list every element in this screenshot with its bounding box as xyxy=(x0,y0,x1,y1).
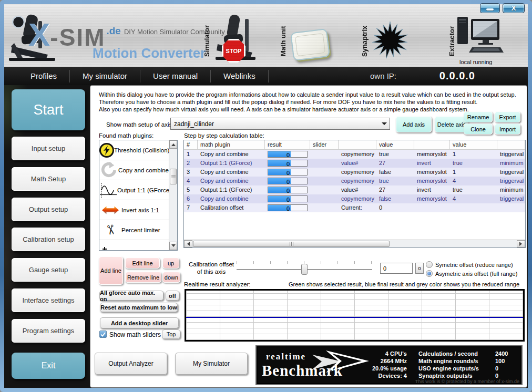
cell-v1: true xyxy=(376,177,414,185)
menu-item-profiles[interactable]: Profiles xyxy=(18,71,69,80)
table-header-cell: math plugin xyxy=(198,140,265,149)
my-simulator-button[interactable]: My Simulator xyxy=(175,353,248,375)
table-header-cell: value xyxy=(376,140,414,149)
edit-line-button[interactable]: Edit line xyxy=(125,257,160,269)
menubar: ProfilesMy simulatorUser manualWeblinks … xyxy=(4,67,528,85)
sidebar-item-exit[interactable]: Exit xyxy=(12,353,85,379)
plugins-list-label: Found math plugins: xyxy=(99,132,154,139)
calibration-offset-label-line1: Calibration offset xyxy=(185,261,238,268)
add-line-button[interactable]: Add line xyxy=(99,256,123,285)
scrollbar-thumb[interactable] xyxy=(170,169,177,184)
cell-v2: true xyxy=(450,159,497,168)
benchmark-metric-label: USO engine outputs/s xyxy=(418,365,495,372)
benchmark-cpu-line: 2664 MHz xyxy=(337,357,407,365)
add-axis-button[interactable]: Add axis xyxy=(396,116,432,132)
scroll-up-button[interactable] xyxy=(169,140,177,149)
minimize-button[interactable] xyxy=(480,3,500,13)
menu-item-user-manual[interactable]: User manual xyxy=(140,71,210,80)
tool-simulator[interactable]: Simulator STOP xyxy=(203,8,263,64)
table-header-cell: # xyxy=(184,140,198,149)
menu-item-my-simulator[interactable]: My simulator xyxy=(70,71,140,80)
sidebar-item-start[interactable]: Start xyxy=(12,89,85,130)
table-hscrollbar[interactable] xyxy=(184,240,525,247)
hscrollbar-track[interactable] xyxy=(192,240,517,247)
asymetric-offset-radio[interactable] xyxy=(426,270,433,277)
move-up-button[interactable]: up xyxy=(162,257,179,269)
calibration-offset-label-line2: of this axis xyxy=(185,268,238,275)
rename-axis-button[interactable]: Rename xyxy=(464,111,493,122)
axis-select-value: zadnji_cilinder xyxy=(171,120,379,128)
tool-extractor-label: Extractor xyxy=(448,20,456,62)
cell-v2: 4 xyxy=(450,194,497,203)
cell-slider xyxy=(310,177,339,185)
sidebar: StartInput setupMath SetupOutput setupCa… xyxy=(12,85,86,388)
scroll-down-button[interactable] xyxy=(169,242,177,250)
plugin-item-threshold-collision[interactable]: Threshold (Collision) xyxy=(99,140,169,160)
table-row[interactable]: 1Copy and combine0copymemorytruememorysl… xyxy=(184,150,525,159)
reset-auto-maximum-button[interactable]: Reset auto maximum to low xyxy=(100,303,178,312)
table-row[interactable]: 6Copy and combine0copymemoryfalsememorys… xyxy=(184,194,525,203)
top-button[interactable]: Top xyxy=(162,329,180,339)
table-row[interactable]: 4Copy and combine0copymemorytruememorysl… xyxy=(184,177,525,185)
tool-math-unit[interactable]: Math unit xyxy=(279,8,337,64)
sidebar-item-math-setup[interactable]: Math Setup xyxy=(12,167,85,191)
starburst-icon xyxy=(368,18,412,63)
cell-p3: minimum xyxy=(497,159,525,168)
import-axis-button[interactable]: Import xyxy=(495,123,520,135)
calc-table-header: #math pluginresultslidervaluevalue xyxy=(184,140,525,150)
calibration-offset-input[interactable] xyxy=(380,263,413,274)
symetric-offset-radio[interactable] xyxy=(426,261,433,268)
checkmark-icon xyxy=(100,332,106,337)
sidebar-item-calibration-setup[interactable]: Calibration setup xyxy=(12,228,85,251)
menu-item-weblinks[interactable]: Weblinks xyxy=(211,71,268,80)
cell-p3: triggerval xyxy=(497,177,525,185)
output-analyzer-button[interactable]: Output Analyzer xyxy=(95,353,167,375)
table-row[interactable]: 5Output 1:1 (GForce)0value#27inverttruem… xyxy=(184,185,525,194)
plugin-item-output-1-1-gforce[interactable]: Output 1:1 (GForce) xyxy=(99,180,169,200)
tool-synaptrix[interactable]: Synaptrix xyxy=(361,8,418,64)
sidebar-item-interface-settings[interactable]: Interface settings xyxy=(12,288,85,312)
sidebar-item-gauge-setup[interactable]: Gauge setup xyxy=(12,258,85,282)
export-axis-button[interactable]: Export xyxy=(495,111,520,122)
sidebar-item-program-settings[interactable]: Program settings xyxy=(12,319,85,343)
tool-extractor[interactable]: Extractor local running xyxy=(448,8,511,65)
scroll-right-button[interactable] xyxy=(517,240,525,247)
table-row[interactable]: 3Copy and combine0copymemoryfalsememorys… xyxy=(184,168,525,177)
hscrollbar-thumb[interactable] xyxy=(193,241,390,247)
realtime-analyzer-chart xyxy=(185,289,525,342)
slider-thumb[interactable] xyxy=(301,264,308,275)
close-icon: X xyxy=(511,4,516,12)
cell-p1: copymemory xyxy=(339,177,376,185)
scrollbar-track[interactable] xyxy=(169,149,177,242)
calibration-offset-reset-button[interactable]: 0 xyxy=(415,263,424,274)
move-down-button[interactable]: down xyxy=(162,272,180,283)
cell-num: 3 xyxy=(184,168,198,177)
calibration-offset-slider[interactable] xyxy=(237,261,372,276)
cell-plugin: Output 1:1 (GForce) xyxy=(198,159,265,168)
gforce-auto-max-on-button[interactable]: All gforce auto max. on xyxy=(99,291,163,301)
sidebar-item-output-setup[interactable]: Output setup xyxy=(12,198,85,221)
plugin-item-partial[interactable] xyxy=(99,240,169,250)
benchmark-cpu-line: 4 CPU's xyxy=(337,350,407,357)
menubar-items: ProfilesMy simulatorUser manualWeblinks xyxy=(18,70,269,82)
calc-table-filler xyxy=(184,212,525,240)
show-math-sliders-checkbox[interactable] xyxy=(99,331,107,338)
table-row[interactable]: 7Calibration offset0Current:0 xyxy=(184,203,525,212)
cell-num: 7 xyxy=(184,203,198,212)
add-desktop-slider-button[interactable]: Add a desktop slider xyxy=(100,317,179,328)
plugin-item-copy-and-combine[interactable]: Copy and combine xyxy=(99,160,169,180)
remove-line-button[interactable]: Remove line xyxy=(125,272,161,283)
plugin-item-invert-axis-1-1[interactable]: Invert axis 1:1 xyxy=(99,200,169,220)
scroll-left-button[interactable] xyxy=(184,240,192,247)
close-button[interactable]: X xyxy=(503,3,525,13)
plugin-item-percent-limiter[interactable]: ✂Percent limiter xyxy=(99,220,169,240)
axis-select[interactable]: zadnji_cilinder xyxy=(170,118,390,130)
gforce-auto-max-off-button[interactable]: off xyxy=(166,291,179,301)
brand-x: X xyxy=(28,20,50,49)
sidebar-item-input-setup[interactable]: Input setup xyxy=(12,137,85,160)
cell-plugin: Copy and combine xyxy=(198,168,265,177)
scissors-icon: ✂ xyxy=(99,222,121,238)
plugins-scrollbar[interactable] xyxy=(169,140,177,250)
clone-axis-button[interactable]: Clone xyxy=(464,123,493,135)
table-row[interactable]: 2Output 1:1 (GForce)0value#27inverttruem… xyxy=(184,159,525,168)
